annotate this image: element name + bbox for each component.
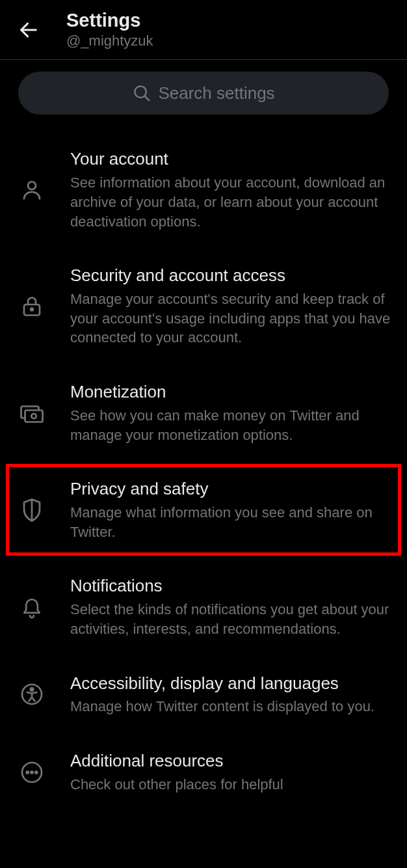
- search-placeholder: Search settings: [158, 83, 274, 103]
- shield-icon: [16, 497, 48, 523]
- svg-point-3: [28, 182, 36, 189]
- svg-rect-7: [25, 410, 43, 422]
- item-desc: Manage how Twitter content is displayed …: [70, 697, 374, 716]
- accessibility-icon: [16, 683, 48, 706]
- svg-point-5: [31, 308, 33, 310]
- item-text: Monetization See how you can make money …: [70, 381, 391, 444]
- money-icon: [16, 401, 48, 425]
- person-icon: [16, 178, 48, 202]
- list-item-your-account[interactable]: Your account See information about your …: [0, 131, 407, 248]
- item-title: Accessibility, display and languages: [70, 673, 374, 695]
- item-desc: Manage what information you see and shar…: [70, 503, 391, 541]
- list-item-security[interactable]: Security and account access Manage your …: [0, 248, 407, 364]
- item-text: Notifications Select the kinds of notifi…: [70, 575, 391, 638]
- back-button[interactable]: [17, 18, 40, 42]
- list-item-accessibility[interactable]: Accessibility, display and languages Man…: [0, 656, 407, 733]
- back-arrow-icon: [18, 19, 40, 41]
- item-desc: See information about your account, down…: [70, 173, 391, 231]
- item-title: Monetization: [70, 381, 391, 403]
- page-title: Settings: [66, 9, 153, 32]
- settings-list: Your account See information about your …: [0, 131, 407, 811]
- more-icon: [16, 761, 48, 784]
- list-item-monetization[interactable]: Monetization See how you can make money …: [0, 364, 407, 461]
- item-text: Your account See information about your …: [70, 148, 391, 231]
- svg-line-2: [145, 96, 150, 101]
- item-title: Privacy and safety: [70, 478, 391, 500]
- svg-point-11: [31, 688, 34, 692]
- item-text: Accessibility, display and languages Man…: [70, 673, 374, 716]
- item-text: Privacy and safety Manage what informati…: [70, 478, 391, 541]
- header: Settings @_mightyzuk: [0, 0, 407, 59]
- item-title: Security and account access: [70, 265, 391, 287]
- item-text: Additional resources Check out other pla…: [70, 750, 283, 794]
- list-item-notifications[interactable]: Notifications Select the kinds of notifi…: [0, 558, 407, 655]
- user-handle: @_mightyzuk: [66, 32, 153, 51]
- list-item-privacy[interactable]: Privacy and safety Manage what informati…: [5, 463, 402, 556]
- item-text: Security and account access Manage your …: [70, 265, 391, 347]
- item-desc: Manage your account's security and keep …: [70, 290, 391, 347]
- svg-point-15: [35, 771, 37, 773]
- item-desc: Check out other places for helpful: [70, 775, 283, 794]
- svg-point-13: [27, 771, 29, 773]
- item-desc: See how you can make money on Twitter an…: [70, 406, 391, 444]
- search-input[interactable]: Search settings: [18, 72, 389, 115]
- item-title: Your account: [70, 148, 391, 170]
- search-icon: [132, 83, 151, 103]
- item-title: Notifications: [70, 575, 391, 597]
- search-container: Search settings: [0, 60, 407, 131]
- item-desc: Select the kinds of notifications you ge…: [70, 600, 391, 638]
- svg-point-14: [31, 771, 33, 773]
- bell-icon: [16, 595, 48, 619]
- header-text: Settings @_mightyzuk: [66, 9, 153, 50]
- list-item-additional-resources[interactable]: Additional resources Check out other pla…: [0, 733, 407, 811]
- lock-icon: [16, 295, 48, 318]
- item-title: Additional resources: [70, 750, 283, 772]
